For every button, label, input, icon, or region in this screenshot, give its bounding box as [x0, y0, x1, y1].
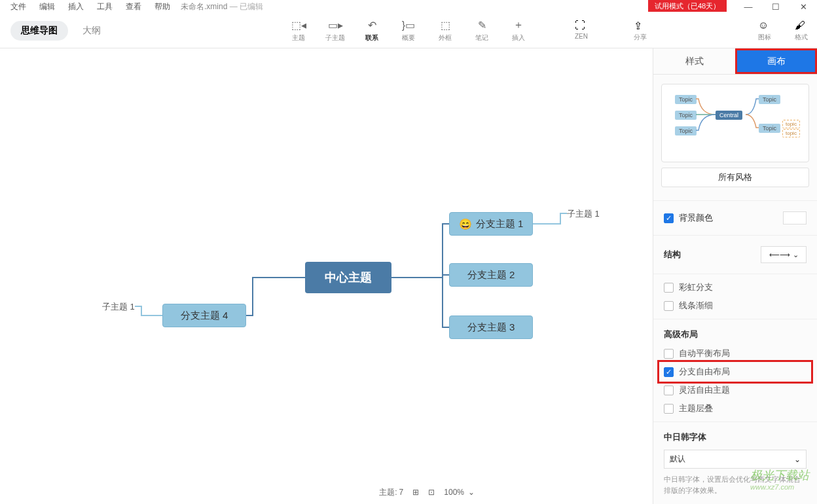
menu-tools[interactable]: 工具 [90, 0, 119, 14]
topic-overlap-row[interactable]: 主题层叠 [653, 399, 817, 418]
insert-icon: ＋ [511, 19, 526, 32]
panel-tab-style[interactable]: 样式 [653, 48, 735, 74]
window-minimize[interactable]: — [735, 0, 762, 13]
menu-view[interactable]: 查看 [119, 0, 148, 14]
view-outline[interactable]: 大纲 [80, 21, 103, 41]
tool-boundary[interactable]: ⬚ 外框 [427, 19, 463, 43]
cjk-font-description: 中日韩字体，设置后会优化与西文字体混合排版的字体效果。 [653, 474, 817, 502]
tool-subtopic[interactable]: ▭▸ 子主题 [317, 19, 354, 43]
chevron-down-icon: ⌄ [794, 455, 801, 464]
advanced-layout-title: 高级布局 [653, 323, 817, 344]
chevron-down-icon: ⌄ [468, 488, 475, 497]
tool-icon[interactable]: ☺ 图标 [758, 20, 771, 42]
theme-preview[interactable]: Central Topic Topic Topic Topic Topic to… [661, 84, 809, 162]
chevron-down-icon: ⌄ [793, 251, 799, 259]
view-mindmap[interactable]: 思维导图 [10, 21, 68, 41]
tool-summary[interactable]: }▭ 概要 [390, 19, 427, 43]
topic-icon: ⬚◂ [291, 19, 306, 32]
emoji-laugh-icon: 😄 [459, 218, 472, 230]
free-topic-row[interactable]: 灵活自由主题 [653, 381, 817, 399]
node-branch-2[interactable]: 分支主题 2 [449, 263, 533, 287]
free-branch-row[interactable]: ✓ 分支自由布局 [664, 365, 807, 379]
subtopic-icon: ▭▸ [328, 19, 342, 32]
all-styles-button[interactable]: 所有风格 [661, 168, 809, 187]
boundary-icon: ⬚ [438, 19, 452, 32]
rainbow-checkbox[interactable] [664, 283, 674, 293]
cjk-font-select[interactable]: 默认 ⌄ [664, 450, 807, 469]
brush-icon: 🖌 [795, 20, 808, 31]
menu-help[interactable]: 帮助 [148, 0, 177, 14]
tool-relation[interactable]: ↶ 联系 [354, 19, 390, 43]
status-zoom[interactable]: 100%⌄ [444, 488, 475, 497]
free-branch-checkbox[interactable]: ✓ [664, 367, 674, 377]
summary-icon: }▭ [401, 19, 416, 32]
thinline-checkbox[interactable] [664, 301, 674, 311]
node-branch-1[interactable]: 😄 分支主题 1 [449, 212, 533, 236]
tool-insert[interactable]: ＋ 插入 [500, 19, 537, 43]
menu-file[interactable]: 文件 [4, 0, 33, 14]
emoji-icon: ☺ [758, 20, 771, 31]
node-central[interactable]: 中心主题 [305, 262, 391, 293]
structure-label: 结构 [664, 249, 681, 261]
relation-icon: ↶ [365, 19, 379, 32]
trial-badge[interactable]: 试用模式（已48天） [648, 0, 727, 12]
bg-color-swatch[interactable] [783, 211, 807, 225]
structure-icon: ⟵⟶ [769, 251, 790, 259]
menu-insert[interactable]: 插入 [62, 0, 90, 14]
thinline-checkbox-row[interactable]: 线条渐细 [653, 297, 817, 315]
note-icon: ✎ [475, 19, 489, 32]
structure-select[interactable]: ⟵⟶ ⌄ [761, 246, 807, 263]
status-map-icon[interactable]: ⊞ [412, 488, 419, 497]
tool-format[interactable]: 🖌 格式 [795, 20, 808, 42]
document-name: 未命名.xmind [181, 2, 227, 11]
node-sub-right[interactable]: 子主题 1 [567, 208, 600, 220]
status-fit-icon[interactable]: ⊡ [428, 488, 435, 497]
bg-color-label: 背景颜色 [679, 212, 713, 224]
menu-edit[interactable]: 编辑 [33, 0, 62, 14]
cjk-font-title: 中日韩字体 [653, 426, 817, 447]
tool-note[interactable]: ✎ 笔记 [463, 19, 500, 43]
tool-zen[interactable]: ⛶ ZEN [575, 20, 588, 42]
window-close[interactable]: ✕ [790, 0, 817, 13]
node-branch-4[interactable]: 分支主题 4 [162, 304, 246, 327]
auto-balance-row[interactable]: 自动平衡布局 [653, 344, 817, 363]
status-topic-count: 主题: 7 [379, 487, 403, 498]
auto-balance-checkbox[interactable] [664, 349, 674, 359]
free-topic-checkbox[interactable] [664, 386, 674, 395]
panel-tab-canvas[interactable]: 画布 [735, 48, 817, 74]
share-icon: ⇪ [634, 20, 647, 31]
bg-color-checkbox[interactable]: ✓ [664, 213, 674, 223]
tool-share[interactable]: ⇪ 分享 [634, 20, 647, 42]
rainbow-checkbox-row[interactable]: 彩虹分支 [653, 278, 817, 297]
tool-topic[interactable]: ⬚◂ 主题 [280, 19, 317, 43]
document-status: — 已编辑 [230, 2, 263, 11]
zen-icon: ⛶ [575, 20, 588, 31]
node-branch-3[interactable]: 分支主题 3 [449, 315, 533, 339]
node-sub-left[interactable]: 子主题 1 [102, 301, 135, 313]
window-maximize[interactable]: ☐ [762, 0, 790, 13]
topic-overlap-checkbox[interactable] [664, 404, 674, 414]
preview-central: Central [716, 111, 742, 120]
